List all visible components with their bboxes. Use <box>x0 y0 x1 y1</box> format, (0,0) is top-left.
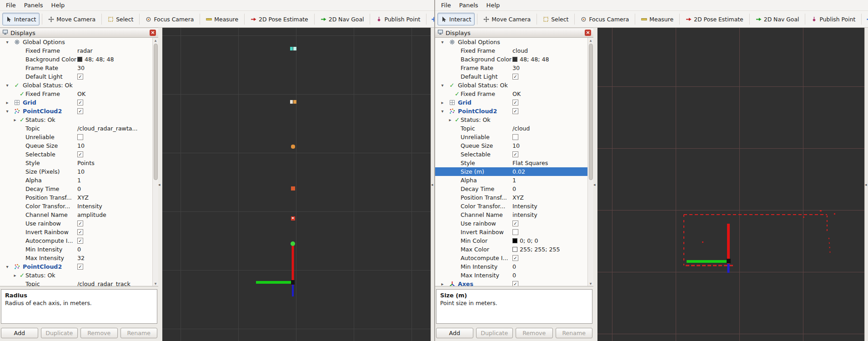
tree-row-axes[interactable]: ▸Axes✓ <box>435 280 587 286</box>
checkbox-unchecked[interactable] <box>512 134 518 140</box>
expand-arrow-icon[interactable]: ▸ <box>439 281 446 286</box>
tree-row-queue-size[interactable]: Queue Size10 <box>435 141 587 150</box>
right-dock-handle[interactable]: ◂ <box>864 28 868 341</box>
tree-row-alpha[interactable]: Alpha1 <box>435 176 587 185</box>
add-button[interactable]: Add <box>1 328 38 338</box>
expand-arrow-icon[interactable]: ▾ <box>4 109 11 114</box>
checkbox-checked[interactable]: ✓ <box>512 221 518 226</box>
tool-publish-point-button[interactable]: Publish Point <box>808 13 859 25</box>
scroll-up-icon[interactable]: ▲ <box>590 38 592 43</box>
scroll-down-icon[interactable]: ▼ <box>590 281 592 286</box>
checkbox-checked[interactable]: ✓ <box>77 108 83 114</box>
expand-arrow-icon[interactable]: ▸ <box>439 100 446 105</box>
tree-row-color-transfor[interactable]: Color Transfor...Intensity <box>435 202 587 211</box>
tree-row-autocompute-i[interactable]: Autocompute I...✓ <box>435 254 587 262</box>
tree-row-global-options[interactable]: ▾Global Options <box>0 38 152 46</box>
tree-row-size-m[interactable]: Size (m)0.02 <box>435 167 587 176</box>
tree-row-fixed-frame[interactable]: Fixed Framecloud <box>435 46 587 55</box>
checkbox-checked[interactable]: ✓ <box>77 74 83 80</box>
tree-row-fixed-frame[interactable]: Fixed Frameradar <box>0 46 152 55</box>
tool-interact-button[interactable]: Interact <box>437 13 475 25</box>
checkbox-checked[interactable]: ✓ <box>77 238 83 244</box>
tree-row-min-intensity[interactable]: Min Intensity0 <box>435 262 587 271</box>
tree-row-global-options[interactable]: ▾Global Options <box>435 38 587 46</box>
expand-arrow-icon[interactable]: ▾ <box>4 83 11 88</box>
tree-row-topic[interactable]: Topic/cloud <box>435 124 587 133</box>
tree-row-invert-rainbow[interactable]: Invert Rainbow✓ <box>0 228 152 236</box>
scrollbar[interactable]: ▲ ▼ <box>587 38 593 286</box>
tool-pose-estimate-button[interactable]: 2D Pose Estimate <box>247 13 312 25</box>
tree-row-max-intensity[interactable]: Max Intensity32 <box>0 254 152 262</box>
tree-row-global-status-ok[interactable]: ▾✓Global Status: Ok <box>435 81 587 90</box>
tree-row-position-transf[interactable]: Position Transf...XYZ <box>0 193 152 202</box>
panel-splitter[interactable]: ◂ <box>593 28 597 341</box>
tree-row-grid[interactable]: ▸Grid✓ <box>435 98 587 107</box>
tree-row-min-intensity[interactable]: Min Intensity0 <box>0 245 152 254</box>
tree-row-use-rainbow[interactable]: Use rainbow✓ <box>0 219 152 228</box>
checkbox-checked[interactable]: ✓ <box>77 100 83 105</box>
tree-row-topic[interactable]: Topic/cloud_radar_rawta... <box>0 124 152 133</box>
checkbox-checked[interactable]: ✓ <box>512 281 518 286</box>
collapse-right-dock-icon[interactable]: ◂ <box>865 182 867 187</box>
tree-row-topic[interactable]: Topic/cloud_radar_track <box>0 280 152 286</box>
tree-row-style[interactable]: StylePoints <box>0 159 152 167</box>
tree-row-status-ok[interactable]: ▸✓Status: Ok <box>0 271 152 280</box>
tree-row-frame-rate[interactable]: Frame Rate30 <box>0 64 152 72</box>
menu-item-help[interactable]: Help <box>482 0 504 10</box>
tree-row-color-transfor[interactable]: Color Transfor...Intensity <box>0 202 152 211</box>
scroll-down-icon[interactable]: ▼ <box>155 281 157 286</box>
tree-row-size-pixels[interactable]: Size (Pixels)10 <box>0 167 152 176</box>
tree-row-invert-rainbow[interactable]: Invert Rainbow <box>435 228 587 236</box>
checkbox-unchecked[interactable] <box>512 229 518 235</box>
tool-select-button[interactable]: Select <box>104 13 137 25</box>
expand-arrow-icon[interactable]: ▸ <box>11 117 19 122</box>
tool-nav-goal-button[interactable]: 2D Nav Goal <box>317 13 368 25</box>
add-tool-button[interactable] <box>864 13 868 25</box>
tool-focus-camera-button[interactable]: Focus Camera <box>142 13 197 25</box>
menu-item-file[interactable]: File <box>2 0 20 10</box>
tree-row-status-ok[interactable]: ▸✓Status: Ok <box>435 115 587 124</box>
tool-move-camera-button[interactable]: Move Camera <box>45 13 99 25</box>
expand-arrow-icon[interactable]: ▾ <box>439 109 446 114</box>
tree-row-max-intensity[interactable]: Max Intensity0 <box>435 271 587 280</box>
scroll-up-icon[interactable]: ▲ <box>155 38 157 43</box>
expand-arrow-icon[interactable]: ▾ <box>439 83 446 88</box>
tree-row-background-color[interactable]: Background Color48; 48; 48 <box>435 55 587 64</box>
tool-measure-button[interactable]: Measure <box>637 13 677 25</box>
scrollbar-thumb[interactable] <box>589 44 593 180</box>
tool-pose-estimate-button[interactable]: 2D Pose Estimate <box>682 13 747 25</box>
checkbox-checked[interactable]: ✓ <box>512 108 518 114</box>
collapse-right-dock-icon[interactable]: ◂ <box>431 182 433 187</box>
panel-titlebar[interactable]: Displays × <box>0 28 158 38</box>
tree-row-frame-rate[interactable]: Frame Rate30 <box>435 64 587 72</box>
tree-row-status-ok[interactable]: ▸✓Status: Ok <box>0 115 152 124</box>
tool-nav-goal-button[interactable]: 2D Nav Goal <box>752 13 803 25</box>
viewport-3d[interactable] <box>597 28 864 341</box>
tree-row-channel-name[interactable]: Channel Nameintensity <box>435 211 587 219</box>
checkbox-checked[interactable]: ✓ <box>512 74 518 80</box>
tree-row-autocompute-i[interactable]: Autocompute I...✓ <box>0 236 152 245</box>
panel-titlebar[interactable]: Displays × <box>435 28 593 38</box>
add-button[interactable]: Add <box>436 328 473 338</box>
tree-row-default-light[interactable]: Default Light✓ <box>435 72 587 81</box>
checkbox-checked[interactable]: ✓ <box>77 221 83 226</box>
checkbox-checked[interactable]: ✓ <box>77 229 83 235</box>
tree-row-queue-size[interactable]: Queue Size10 <box>0 141 152 150</box>
checkbox-checked[interactable]: ✓ <box>77 264 83 270</box>
tree-row-style[interactable]: StyleFlat Squares <box>435 159 587 167</box>
expand-arrow-icon[interactable]: ▸ <box>4 100 11 105</box>
expand-arrow-icon[interactable]: ▾ <box>4 40 11 45</box>
tree-row-alpha[interactable]: Alpha1 <box>0 176 152 185</box>
tree-row-background-color[interactable]: Background Color48; 48; 48 <box>0 55 152 64</box>
tree-row-decay-time[interactable]: Decay Time0 <box>435 185 587 193</box>
panel-splitter[interactable]: ◂ <box>158 28 162 341</box>
tool-select-button[interactable]: Select <box>539 13 572 25</box>
collapse-panel-icon[interactable]: ◂ <box>593 182 596 187</box>
checkbox-checked[interactable]: ✓ <box>77 151 83 157</box>
menu-item-panels[interactable]: Panels <box>455 0 482 10</box>
scrollbar[interactable]: ▲ ▼ <box>152 38 158 286</box>
tree-row-position-transf[interactable]: Position Transf...XYZ <box>435 193 587 202</box>
tree-row-use-rainbow[interactable]: Use rainbow✓ <box>435 219 587 228</box>
right-dock-handle[interactable]: ◂ <box>431 28 434 341</box>
tool-focus-camera-button[interactable]: Focus Camera <box>577 13 632 25</box>
